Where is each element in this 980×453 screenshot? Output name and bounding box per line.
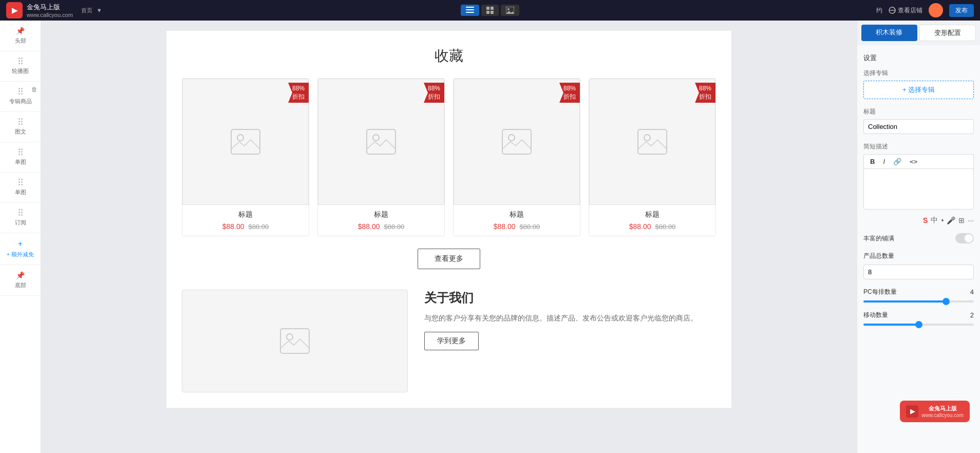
sidebar-label-footer: 底部 — [15, 281, 26, 289]
pc-per-row-label: PC每排数量 — [863, 288, 897, 296]
price-original-2: $88.00 — [384, 223, 405, 231]
logo-text: 金兔马上版 — [27, 3, 73, 12]
watermark-url: www.callcyou.com — [921, 412, 964, 418]
canvas-area: 收藏 88%折扣 标题 $88.00 — [41, 21, 857, 453]
sidebar-item-subscribe[interactable]: 订阅 — [0, 203, 41, 233]
bold-button[interactable]: B — [868, 157, 877, 166]
svg-rect-4 — [491, 7, 494, 10]
select-album-button[interactable]: + 选择专辑 — [863, 81, 974, 99]
logo-subtext: www.callcyou.com — [27, 12, 73, 18]
drag-handle-subscribe — [18, 209, 23, 216]
product-count-input[interactable] — [863, 265, 974, 279]
pin-icon-footer: 📌 — [16, 271, 25, 279]
sidebar-item-add-discount[interactable]: + + 额外减免 — [0, 233, 41, 265]
user-avatar[interactable] — [929, 3, 943, 17]
nav-home[interactable]: 首页 — [81, 7, 92, 14]
price-current-3: $88.00 — [494, 222, 516, 231]
svg-rect-15 — [502, 129, 531, 154]
nav-dropdown-icon[interactable]: ▼ — [97, 7, 102, 13]
price-original-1: $88.00 — [249, 223, 269, 231]
svg-rect-0 — [466, 7, 474, 8]
sidebar-label-single2: 单图 — [15, 188, 26, 196]
title-input[interactable] — [863, 119, 974, 134]
view-store-btn[interactable]: 查看店铺 — [889, 6, 922, 15]
desc-textarea[interactable] — [863, 168, 974, 210]
pin-icon: 📌 — [16, 27, 25, 35]
product-title-1: 标题 — [187, 210, 304, 219]
tab-style-config[interactable]: 变形配置 — [919, 25, 976, 41]
logo-area: ▶ 金兔马上版 www.callcyou.com 首页 ▼ — [6, 2, 129, 18]
section-title: 收藏 — [182, 46, 716, 66]
learn-more-button[interactable]: 学到更多 — [424, 332, 479, 350]
product-title-2: 标题 — [323, 210, 439, 219]
product-count-label: 产品总数量 — [863, 252, 894, 260]
product-card-4[interactable]: 88%折扣 标题 $88.00 $88.00 — [589, 78, 716, 236]
publish-button[interactable]: 发布 — [949, 4, 974, 17]
toggle-switch[interactable] — [955, 233, 974, 243]
product-prices-1: $88.00 $88.00 — [187, 222, 304, 231]
sidebar-item-single-image-1[interactable]: 单图 — [0, 142, 41, 173]
svg-rect-11 — [231, 129, 260, 154]
sidebar-item-carousel[interactable]: 轮播图 — [0, 51, 41, 82]
about-content: 关于我们 与您的客户分享有关您的品牌的信息。描述产品、发布公告或欢迎客户光临您的… — [424, 290, 716, 350]
product-info-2: 标题 $88.00 $88.00 — [318, 205, 444, 236]
sidebar-item-album-products[interactable]: 专辑商品 🗑 — [0, 82, 41, 112]
tab-block-edit[interactable]: 积木装修 — [861, 25, 917, 41]
product-card-3[interactable]: 88%折扣 标题 $88.00 $88.00 — [453, 78, 580, 236]
ime-zh-icon: 中 — [931, 216, 938, 225]
mobile-slider-fill — [863, 324, 919, 326]
page-content: 收藏 88%折扣 标题 $88.00 — [166, 31, 731, 408]
product-image-4 — [589, 79, 715, 205]
mobile-slider-thumb[interactable] — [915, 321, 922, 328]
topbar-view-controls — [461, 5, 519, 16]
title-field-label: 标题 — [863, 107, 974, 116]
mobile-slider-track[interactable] — [863, 324, 974, 326]
link-button[interactable]: 🔗 — [891, 157, 903, 166]
product-card-2[interactable]: 88%折扣 标题 $88.00 $88.00 — [317, 78, 445, 236]
view-image-btn[interactable] — [501, 5, 519, 16]
sidebar-label-carousel: 轮播图 — [12, 67, 29, 75]
about-title: 关于我们 — [424, 290, 716, 306]
settings-label: 设置 — [863, 53, 974, 63]
view-grid-btn[interactable] — [481, 5, 499, 16]
pc-per-row-row: PC每排数量 4 — [863, 288, 974, 296]
panel-tabs: 积木装修 变形配置 — [857, 21, 980, 45]
ime-s-icon: S — [923, 216, 928, 224]
product-title-3: 标题 — [459, 210, 575, 219]
sidebar-label-single1: 单图 — [15, 158, 26, 166]
delete-icon[interactable]: 🗑 — [31, 86, 37, 93]
view-more-button[interactable]: 查看更多 — [418, 249, 480, 269]
reserve-btn[interactable]: 约 — [876, 6, 882, 15]
drag-handle-carousel — [18, 58, 23, 64]
products-grid: 88%折扣 标题 $88.00 $88.00 — [182, 78, 716, 236]
sidebar-item-header[interactable]: 📌 头部 — [0, 21, 41, 51]
italic-button[interactable]: I — [881, 157, 887, 166]
ime-ellipsis-icon: ··· — [968, 216, 974, 224]
product-title-4: 标题 — [594, 210, 710, 219]
topbar: ▶ 金兔马上版 www.callcyou.com 首页 ▼ 约 查看店铺 发布 — [0, 0, 980, 21]
svg-rect-17 — [638, 129, 667, 154]
sidebar-item-image-text[interactable]: 图文 — [0, 112, 41, 142]
sidebar-item-single-image-2[interactable]: 单图 — [0, 173, 41, 203]
watermark-overlay: ▶ 金兔马上版 www.callcyou.com — [900, 401, 970, 422]
code-button[interactable]: <> — [908, 157, 920, 166]
right-panel: 积木装修 变形配置 设置 选择专辑 + 选择专辑 标题 简短描述 B I 🔗 <… — [857, 21, 980, 453]
product-image-3 — [454, 79, 580, 205]
sidebar-label-add: + 额外减免 — [7, 251, 34, 258]
price-current-1: $88.00 — [222, 222, 244, 231]
ime-grid-icon: ⊞ — [958, 216, 965, 224]
pc-slider-track[interactable] — [863, 300, 974, 303]
pc-slider-thumb[interactable] — [943, 298, 950, 305]
sidebar-item-footer[interactable]: 📌 底部 — [0, 265, 41, 296]
svg-rect-13 — [367, 129, 395, 154]
product-card-1[interactable]: 88%折扣 标题 $88.00 $88.00 — [182, 78, 309, 236]
sidebar-label-header: 头部 — [15, 37, 26, 45]
drag-handle-single2 — [18, 179, 23, 185]
drag-handle-image-text — [18, 118, 23, 125]
view-list-btn[interactable] — [461, 5, 479, 16]
panel-body: 设置 选择专辑 + 选择专辑 标题 简短描述 B I 🔗 <> S 中 • 🎤 … — [857, 45, 980, 340]
pc-per-row-value: 4 — [970, 288, 974, 296]
toggle-label: 丰富的铺满 — [863, 234, 894, 243]
svg-point-8 — [507, 8, 510, 10]
product-image-2 — [318, 79, 444, 205]
